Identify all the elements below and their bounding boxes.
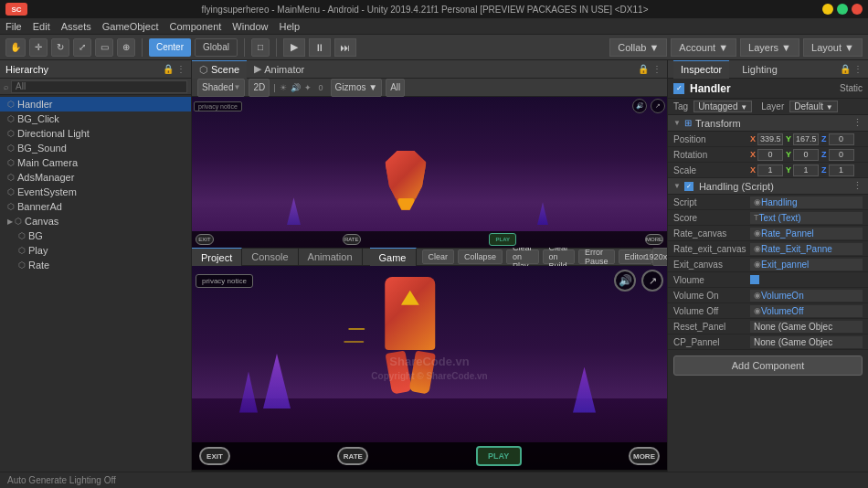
reset-panel-value[interactable]: None (Game Objec [750,321,863,333]
maximize-button[interactable] [837,4,848,15]
move-tool-button[interactable]: ✛ [29,38,48,57]
tag-dropdown[interactable]: Untagged ▼ [693,101,752,112]
scene-light-icon[interactable]: ☀ [280,83,287,92]
inspector-lock-icon[interactable]: 🔒 [840,64,851,74]
shaded-dropdown[interactable]: Shaded ▼ [197,79,245,97]
pause-button[interactable]: ⏸ [309,38,331,57]
list-item[interactable]: ⬡ Play [0,243,191,258]
scale-x-input[interactable] [757,164,783,176]
layer-dropdown[interactable]: Default ▼ [789,101,837,112]
rate-button-game[interactable]: RATE [337,447,368,465]
exit-button-scene[interactable]: EXIT [196,234,214,245]
extra-tool-button[interactable]: □ [251,38,270,57]
scale-y-input[interactable] [793,164,819,176]
rotate-tool-button[interactable]: ↻ [51,38,69,57]
share-button-game[interactable]: ↗ [641,270,663,292]
all-dropdown[interactable]: All [386,79,405,97]
rotation-z-input[interactable] [829,149,854,161]
list-item[interactable]: ⬡ Main Camera [0,155,191,170]
tab-scene[interactable]: ⬡ Scene [192,60,247,79]
layout-button[interactable]: Layout ▼ [803,38,863,57]
scene-content[interactable]: privacy notice 🔊 ↗ EXIT RATE PLAY MORE [192,97,667,248]
rect-tool-button[interactable]: ▭ [95,38,113,57]
hierarchy-more-icon[interactable]: ⋮ [176,64,185,74]
play-button[interactable]: ▶ [283,38,305,57]
hierarchy-tab[interactable]: Hierarchy [5,64,48,75]
cp-panel-value[interactable]: None (Game Objec [750,336,863,348]
script-value[interactable]: ◉ Handling [750,196,863,208]
scene-more-icon[interactable]: ⋮ [652,64,662,74]
account-button[interactable]: Account ▼ [671,38,736,57]
privacy-notice-game[interactable]: privacy notice [196,274,253,288]
tab-game[interactable]: Game [370,248,417,266]
inspector-more-icon[interactable]: ⋮ [853,64,863,74]
position-y-input[interactable] [793,133,819,145]
scale-tool-button[interactable]: ⤢ [73,38,91,57]
scale-z-input[interactable] [829,164,854,176]
collab-button[interactable]: Collab ▼ [609,38,667,57]
rotation-y-input[interactable] [793,149,819,161]
tab-animator[interactable]: ▶ Animator [247,60,312,79]
layers-button[interactable]: Layers ▼ [740,38,799,57]
volume-button-game[interactable]: 🔊 [614,270,636,292]
tab-inspector[interactable]: Inspector [673,60,729,79]
scene-audio-icon[interactable]: 🔊 [291,83,301,92]
rotation-x-input[interactable] [757,149,783,161]
exit-button-game[interactable]: EXIT [199,447,230,465]
rate-exit-canvas-value[interactable]: ◉ Rate_Exit_Panne [750,243,863,255]
rate-canvas-value[interactable]: ◉ Rate_Pannel [750,228,863,239]
volume-on-value[interactable]: ◉ VolumeOn [750,290,863,302]
transform-section-header[interactable]: ▼ ⊞ Transform ⋮ [668,115,868,132]
volume-off-value[interactable]: ◉ VolumeOff [750,305,863,317]
scene-lock-icon[interactable]: 🔒 [638,64,649,74]
menu-gameobject[interactable]: GameObject [102,21,159,32]
multi-tool-button[interactable]: ⊕ [117,38,135,57]
clear-button[interactable]: Clear [422,249,455,264]
list-item[interactable]: ⬡ BG_Sound [0,141,191,155]
play-button-scene[interactable]: PLAY [489,233,516,246]
menu-file[interactable]: File [5,21,22,32]
tab-project[interactable]: Project [192,248,242,266]
menu-edit[interactable]: Edit [33,21,50,32]
hierarchy-lock-icon[interactable]: 🔒 [163,64,174,74]
menu-component[interactable]: Component [169,21,221,32]
collapse-button[interactable]: Collapse [458,249,503,264]
clear-on-build-button[interactable]: Clear on Build [543,249,576,264]
list-item[interactable]: ⬡ BG [0,228,191,243]
resolution-dropdown[interactable]: 1920x1080 Landscape (▼ [652,248,667,266]
pivot-center-button[interactable]: Center [149,38,191,57]
list-item[interactable]: ⬡ Directional Light [0,126,191,141]
share-button-scene[interactable]: ↗ [651,99,665,113]
step-button[interactable]: ⏭ [334,38,356,57]
add-component-button[interactable]: Add Component [673,355,863,376]
position-x-input[interactable] [757,133,783,145]
rate-button-scene[interactable]: RATE [343,234,361,245]
section-options-icon[interactable]: ⋮ [852,117,863,129]
tab-lighting[interactable]: Lighting [735,60,785,79]
menu-window[interactable]: Window [232,21,268,32]
play-button-game[interactable]: PLAY [476,446,522,466]
menu-help[interactable]: Help [279,21,300,32]
menu-assets[interactable]: Assets [61,21,91,32]
score-value[interactable]: T Text (Text) [750,212,863,224]
more-button-scene[interactable]: MORE [645,234,663,245]
list-item[interactable]: ⬡ Rate [0,258,191,272]
more-button-game[interactable]: MORE [629,447,660,465]
component-options-icon[interactable]: ⋮ [852,180,863,192]
list-item[interactable]: ⬡ BannerAd [0,199,191,214]
window-buttons[interactable] [822,4,863,15]
list-item[interactable]: ▶ ⬡ Canvas [0,214,191,228]
list-item[interactable]: ⬡ AdsManager [0,170,191,185]
component-active-checkbox[interactable]: ✓ [684,182,693,191]
vloume-checkbox[interactable] [750,275,759,284]
hand-tool-button[interactable]: ✋ [5,38,26,57]
volume-button-scene[interactable]: 🔊 [632,99,647,113]
gizmos-dropdown[interactable]: Gizmos ▼ [331,79,383,97]
list-item[interactable]: ⬡ EventSystem [0,185,191,199]
privacy-notice-scene[interactable]: privacy notice [194,101,242,111]
list-item[interactable]: ⬡ BG_Click [0,111,191,126]
game-view[interactable]: privacy notice 🔊 ↗ EXIT RATE PLAY MORE [192,266,667,488]
tab-console[interactable]: Console [242,248,298,266]
handling-section-header[interactable]: ▼ ✓ Handling (Script) ⋮ [668,178,868,195]
hierarchy-search-input[interactable] [11,80,187,93]
